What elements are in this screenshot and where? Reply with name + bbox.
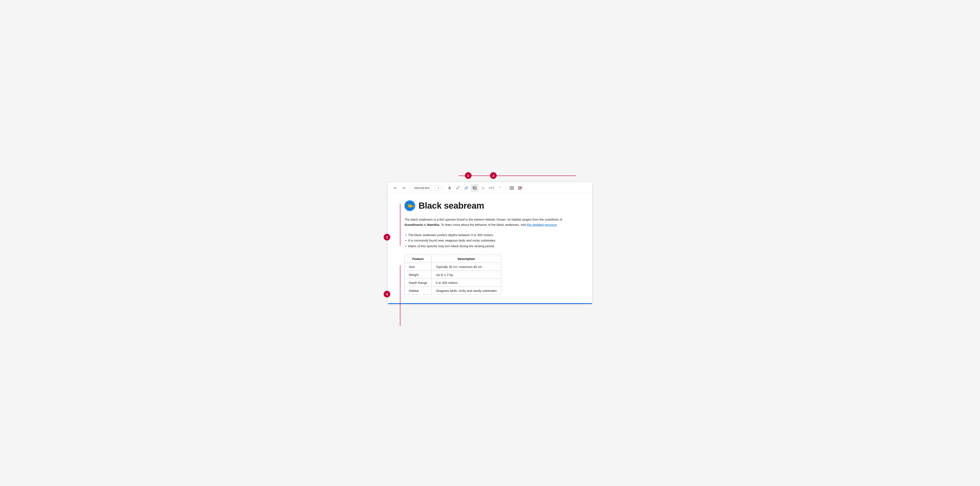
table-row: Size Typically 30 cm, maximum 60 cm <box>404 263 501 271</box>
table-row: Weight Up to 1.2 kg <box>404 271 501 279</box>
table-cell-feature-3: Habitat <box>404 287 431 295</box>
toolbar-divider-1 <box>410 185 410 190</box>
annotation-line-section3 <box>400 204 400 246</box>
table-insert-button[interactable] <box>508 184 515 192</box>
fish-icon <box>404 200 415 211</box>
table-insert-icon <box>509 186 514 190</box>
intro-paragraph: The black seabream is a fish species fou… <box>404 217 580 228</box>
annotation-circle-3: 3 <box>383 234 390 241</box>
table-header-feature: Feature <box>404 255 431 263</box>
data-table: Feature Description Size Typically 30 cm… <box>404 255 501 295</box>
redo-button[interactable]: ↪ <box>400 184 408 192</box>
table-remove-icon <box>518 186 522 190</box>
code-icon: </> <box>488 186 494 190</box>
list-item: It is commonly found near seagrass beds … <box>404 238 580 243</box>
code-button[interactable]: </> <box>488 184 495 192</box>
intro-bold1: Scandinavia <box>404 223 423 226</box>
style-dropdown[interactable]: Normal text ▾ <box>412 185 441 191</box>
intro-bold2: Namibia <box>427 223 439 226</box>
intro-link[interactable]: this detailed resource <box>527 223 557 226</box>
link-button[interactable]: 🔗 <box>463 184 470 192</box>
eraser-button[interactable]: ◇ <box>479 184 487 192</box>
intro-between-bolds: to <box>423 223 427 226</box>
editor-bottom-bar <box>388 303 592 304</box>
quote-icon: “ <box>499 186 501 190</box>
table-remove-button[interactable] <box>516 184 524 192</box>
svg-point-23 <box>409 206 410 206</box>
annotation-line-section4 <box>400 265 400 326</box>
table-cell-feature-1: Weight <box>404 271 431 279</box>
undo-button[interactable]: ↩ <box>392 184 399 192</box>
annotation-circle-2: 2 <box>490 172 497 179</box>
image-button[interactable] <box>471 184 479 192</box>
quote-button[interactable]: “ <box>496 184 504 192</box>
svg-point-1 <box>474 187 474 188</box>
eraser-icon: ◇ <box>482 186 484 190</box>
svg-point-20 <box>408 205 412 207</box>
intro-before-em: The <box>404 218 410 221</box>
intro-after-bold: . To learn more about the behavior of th… <box>439 223 527 226</box>
table-cell-desc-0: Typically 30 cm, maximum 60 cm <box>431 263 501 271</box>
table-cell-desc-2: 5 to 300 meters <box>431 279 501 287</box>
chevron-down-icon: ▾ <box>438 186 439 190</box>
table-row: Depth Range 5 to 300 meters <box>404 279 501 287</box>
highlight-icon: 🖍 <box>456 186 460 190</box>
list-item: Males of this species may turn black dur… <box>404 244 580 249</box>
link-icon: 🔗 <box>464 186 468 190</box>
annotation-circle-4: 4 <box>383 291 390 298</box>
annotation-circle-1: 1 <box>465 172 472 179</box>
redo-icon: ↪ <box>402 186 406 190</box>
toolbar: ↩ ↪ Normal text ▾ A 🖍 🔗 <box>388 182 592 194</box>
font-color-icon: A <box>448 186 451 190</box>
intro-em: black seabream <box>410 218 433 221</box>
content-area: Black seabream The black seabream is a f… <box>388 194 592 303</box>
svg-rect-2 <box>510 186 514 190</box>
table-cell-desc-3: Seagrass beds, rocky and sandy substrate… <box>431 287 501 295</box>
style-label: Normal text <box>414 186 430 190</box>
editor-panel: ↩ ↪ Normal text ▾ A 🖍 🔗 <box>387 182 593 304</box>
undo-icon: ↩ <box>394 186 397 190</box>
bullet-list: The black seabream prefers depths betwee… <box>404 233 580 249</box>
table-cell-feature-2: Depth Range <box>404 279 431 287</box>
toolbar-divider-3 <box>506 185 506 190</box>
highlight-button[interactable]: 🖍 <box>454 184 462 192</box>
table-cell-desc-1: Up to 1.2 kg <box>431 271 501 279</box>
image-icon <box>473 186 477 190</box>
font-color-button[interactable]: A <box>446 184 453 192</box>
intro-after-em: is a fish species found in the eastern A… <box>433 218 562 221</box>
doc-title-row: Black seabream <box>404 200 580 211</box>
table-header-description: Description <box>431 255 501 263</box>
table-cell-feature-0: Size <box>404 263 431 271</box>
list-item: The black seabream prefers depths betwee… <box>404 233 580 238</box>
svg-rect-7 <box>518 186 521 190</box>
intro-period: . <box>557 223 558 226</box>
table-row: Habitat Seagrass beds, rocky and sandy s… <box>404 287 501 295</box>
document-title: Black seabream <box>418 201 484 211</box>
annotation-line-top <box>458 175 576 176</box>
